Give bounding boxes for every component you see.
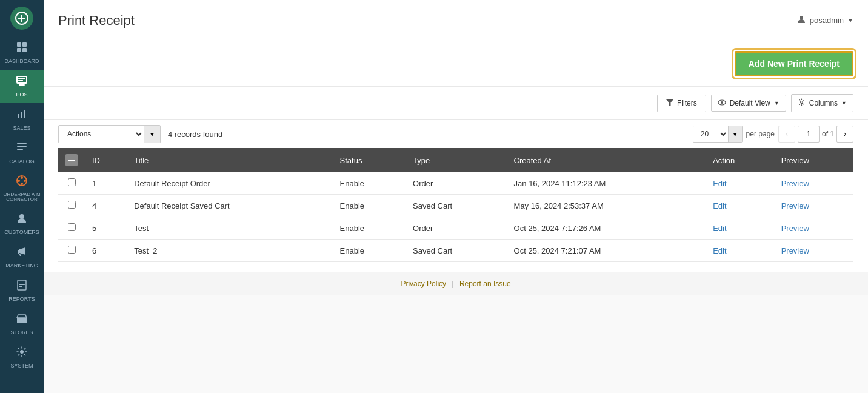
row-action[interactable]: Edit xyxy=(706,217,773,240)
print-receipt-table: ID Title Status Type Created At Action P… xyxy=(58,148,853,262)
row-checkbox-cell[interactable] xyxy=(58,240,85,262)
row-checkbox-cell[interactable] xyxy=(58,217,85,240)
orderpad-icon xyxy=(16,175,28,190)
row-created-at: May 16, 2024 2:53:37 AM xyxy=(507,195,706,217)
svg-point-30 xyxy=(800,16,803,19)
row-checkbox[interactable] xyxy=(68,201,76,209)
row-action[interactable]: Edit xyxy=(706,240,773,262)
reports-icon xyxy=(16,279,28,294)
row-created-at: Oct 25, 2024 7:21:07 AM xyxy=(507,240,706,262)
edit-link[interactable]: Edit xyxy=(713,246,726,255)
preview-link[interactable]: Preview xyxy=(781,224,809,233)
sidebar-item-reports[interactable]: REPORTS xyxy=(0,274,44,307)
row-status: Enable xyxy=(333,195,406,217)
row-checkbox[interactable] xyxy=(68,178,76,186)
per-page-select[interactable]: 20 50 100 xyxy=(693,126,728,142)
svg-rect-6 xyxy=(22,48,27,52)
page-number-input[interactable] xyxy=(798,126,820,143)
default-view-label: Default View xyxy=(730,99,770,107)
sales-icon xyxy=(16,108,28,123)
eye-icon xyxy=(718,99,726,107)
per-page-wrap: 20 50 100 ▼ per page xyxy=(693,126,775,143)
sidebar-item-stores[interactable]: STORES xyxy=(0,307,44,341)
preview-link[interactable]: Preview xyxy=(781,246,809,255)
sidebar-item-customers-label: CUSTOMERS xyxy=(4,230,39,236)
content-area: Add New Print Receipt Filters xyxy=(44,41,868,393)
svg-rect-13 xyxy=(24,110,25,118)
sidebar-item-orderpad[interactable]: ORDERPAD A-M CONNECTOR xyxy=(0,170,44,208)
sidebar-item-orderpad-label: ORDERPAD A-M CONNECTOR xyxy=(2,192,41,203)
toolbar: Filters Default View ▼ xyxy=(44,87,868,120)
sidebar-item-dashboard[interactable]: DASHBOARD xyxy=(0,36,44,70)
report-issue-link[interactable]: Report an Issue xyxy=(459,280,511,288)
edit-link[interactable]: Edit xyxy=(713,224,726,233)
svg-rect-3 xyxy=(17,42,21,47)
row-id: 4 xyxy=(85,195,127,217)
marketing-icon xyxy=(16,246,28,261)
table-container: ID Title Status Type Created At Action P… xyxy=(44,148,868,272)
row-action[interactable]: Edit xyxy=(706,195,773,217)
col-header-preview: Preview xyxy=(774,148,853,172)
row-title: Test xyxy=(127,217,332,240)
add-new-print-receipt-button[interactable]: Add New Print Receipt xyxy=(735,51,853,76)
svg-rect-26 xyxy=(19,286,22,287)
row-checkbox-cell[interactable] xyxy=(58,195,85,217)
sidebar-item-customers[interactable]: CUSTOMERS xyxy=(0,207,44,241)
svg-rect-4 xyxy=(22,42,27,47)
row-status: Enable xyxy=(333,217,406,240)
actions-dropdown-button[interactable]: ▼ xyxy=(144,126,160,143)
toolbar-right: Filters Default View ▼ xyxy=(657,94,853,112)
filters-button[interactable]: Filters xyxy=(657,95,706,112)
actions-select-wrap[interactable]: Actions ▼ xyxy=(58,125,161,143)
table-row: 4 Default Receipt Saved Cart Enable Save… xyxy=(58,195,853,217)
sidebar-item-sales-label: SALES xyxy=(13,126,30,132)
sidebar-item-catalog[interactable]: CATALOG xyxy=(0,136,44,170)
sidebar-item-stores-label: STORES xyxy=(11,330,33,336)
sidebar-item-system[interactable]: SYSTEM xyxy=(0,341,44,374)
records-found: 4 records found xyxy=(168,130,222,139)
footer-separator: | xyxy=(452,280,453,288)
row-action[interactable]: Edit xyxy=(706,172,773,195)
columns-button[interactable]: Columns ▼ xyxy=(791,94,853,112)
edit-link[interactable]: Edit xyxy=(713,201,726,210)
row-preview[interactable]: Preview xyxy=(774,217,853,240)
privacy-policy-link[interactable]: Privacy Policy xyxy=(401,280,446,288)
user-dropdown-icon[interactable]: ▼ xyxy=(847,17,853,24)
row-checkbox[interactable] xyxy=(68,223,76,231)
logo-icon xyxy=(10,7,33,30)
col-header-created-at: Created At xyxy=(507,148,706,172)
customers-icon xyxy=(16,212,28,227)
row-checkbox[interactable] xyxy=(68,246,76,254)
row-preview[interactable]: Preview xyxy=(774,172,853,195)
preview-link[interactable]: Preview xyxy=(781,201,809,210)
footer: Privacy Policy | Report an Issue xyxy=(44,272,868,295)
page-title: Print Receipt xyxy=(58,13,135,29)
col-header-status: Status xyxy=(333,148,406,172)
sidebar-item-pos[interactable]: POS xyxy=(0,70,44,103)
sidebar-item-marketing-label: MARKETING xyxy=(5,263,38,269)
user-area[interactable]: posadmin ▼ xyxy=(796,15,853,26)
per-page-select-wrap[interactable]: 20 50 100 ▼ xyxy=(693,126,743,143)
filter-icon xyxy=(666,99,673,108)
row-preview[interactable]: Preview xyxy=(774,195,853,217)
sidebar-item-sales[interactable]: SALES xyxy=(0,103,44,136)
sidebar: DASHBOARD POS SALES xyxy=(0,0,44,393)
sidebar-item-marketing[interactable]: MARKETING xyxy=(0,241,44,274)
per-page-dropdown-button[interactable]: ▼ xyxy=(728,126,742,142)
preview-link[interactable]: Preview xyxy=(781,179,809,188)
row-type: Order xyxy=(406,172,506,195)
row-type: Saved Cart xyxy=(406,240,506,262)
svg-rect-24 xyxy=(19,283,24,283)
of-page-label: of 1 xyxy=(822,130,834,138)
default-view-button[interactable]: Default View ▼ xyxy=(711,95,786,112)
pagination-next-button[interactable]: › xyxy=(836,126,853,143)
row-preview[interactable]: Preview xyxy=(774,240,853,262)
row-checkbox-cell[interactable] xyxy=(58,172,85,195)
select-all-checkbox[interactable] xyxy=(65,154,78,166)
pos-icon xyxy=(16,75,28,90)
pagination-prev-button[interactable]: ‹ xyxy=(778,126,795,143)
actions-select[interactable]: Actions xyxy=(59,126,144,143)
user-name: posadmin xyxy=(810,16,844,25)
col-header-checkbox[interactable] xyxy=(58,148,85,172)
edit-link[interactable]: Edit xyxy=(713,179,726,188)
